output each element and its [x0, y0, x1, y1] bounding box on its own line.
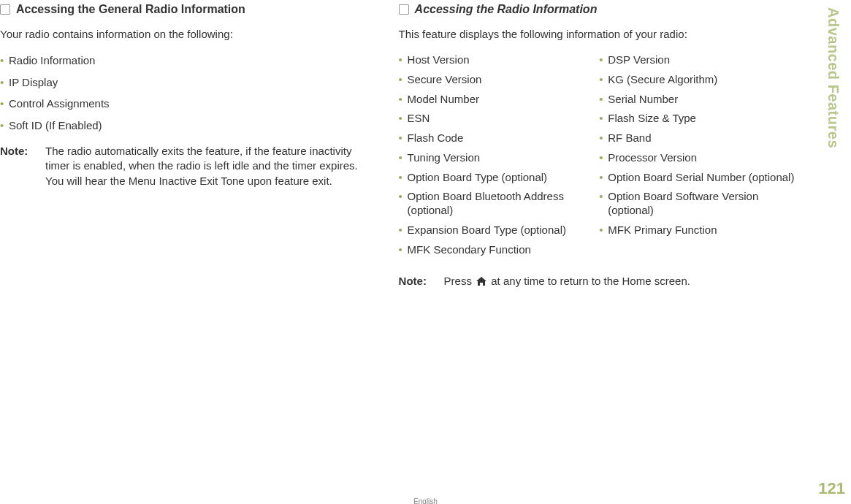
list-item: Serial Number — [599, 93, 800, 107]
right-heading-text: Accessing the Radio Information — [415, 3, 598, 16]
right-list-col2: DSP Version KG (Secure Algorithm) Serial… — [599, 53, 800, 262]
list-item: Host Version — [399, 53, 600, 67]
right-two-col-list: Host Version Secure Version Model Number… — [399, 53, 800, 262]
list-item: RF Band — [599, 131, 800, 145]
list-item: Option Board Type (optional) — [399, 171, 600, 185]
left-column: Accessing the General Radio Information … — [0, 3, 384, 504]
list-item: KG (Secure Algorithm) — [599, 73, 800, 87]
list-item: Control Assignments — [0, 96, 370, 111]
note-label: Note: — [399, 274, 444, 289]
list-item: Option Board Serial Number (optional) — [599, 171, 800, 185]
list-item: Tuning Version — [399, 151, 600, 165]
book-icon — [0, 4, 10, 15]
right-column: Accessing the Radio Information This fea… — [384, 3, 800, 504]
list-item: ESN — [399, 112, 600, 126]
list-item: Secure Version — [399, 73, 600, 87]
list-item: Processor Version — [599, 151, 800, 165]
sidebar: Advanced Features 121 — [814, 0, 851, 504]
book-icon — [399, 4, 409, 15]
right-heading: Accessing the Radio Information — [399, 3, 800, 16]
sidebar-section-title: Advanced Features — [825, 7, 842, 148]
left-heading-text: Accessing the General Radio Information — [16, 3, 245, 16]
left-intro: Your radio contains information on the f… — [0, 26, 370, 42]
language-label: English — [413, 497, 438, 504]
page-number: 121 — [818, 479, 845, 498]
note-text: Press at any time to return to the Home … — [444, 274, 800, 289]
list-item: Soft ID (If Enabled) — [0, 118, 370, 133]
right-list-col1: Host Version Secure Version Model Number… — [399, 53, 600, 262]
note-prefix: Press — [444, 275, 476, 287]
list-item: IP Display — [0, 75, 370, 90]
list-item: Option Board Software Version (optional) — [599, 190, 800, 218]
note-suffix: at any time to return to the Home screen… — [491, 275, 690, 287]
left-note: Note: The radio automatically exits the … — [0, 144, 370, 188]
left-list: Radio Information IP Display Control Ass… — [0, 53, 370, 132]
page-container: Accessing the General Radio Information … — [0, 0, 851, 504]
content-area: Accessing the General Radio Information … — [0, 0, 814, 504]
list-item: DSP Version — [599, 53, 800, 67]
list-item: MFK Primary Function — [599, 224, 800, 237]
home-icon — [476, 275, 486, 289]
list-item: Flash Size & Type — [599, 112, 800, 126]
list-item: Radio Information — [0, 53, 370, 68]
list-item: MFK Secondary Function — [399, 243, 600, 257]
note-label: Note: — [0, 144, 45, 188]
right-note: Note: Press at any time to return to the… — [399, 274, 800, 289]
list-item: Model Number — [399, 93, 600, 107]
list-item: Flash Code — [399, 131, 600, 145]
right-intro: This feature displays the following info… — [399, 26, 800, 42]
list-item: Expansion Board Type (optional) — [399, 224, 600, 237]
list-item: Option Board Bluetooth Address (optional… — [399, 190, 600, 218]
left-heading: Accessing the General Radio Information — [0, 3, 370, 16]
note-text: The radio automatically exits the featur… — [45, 144, 370, 188]
